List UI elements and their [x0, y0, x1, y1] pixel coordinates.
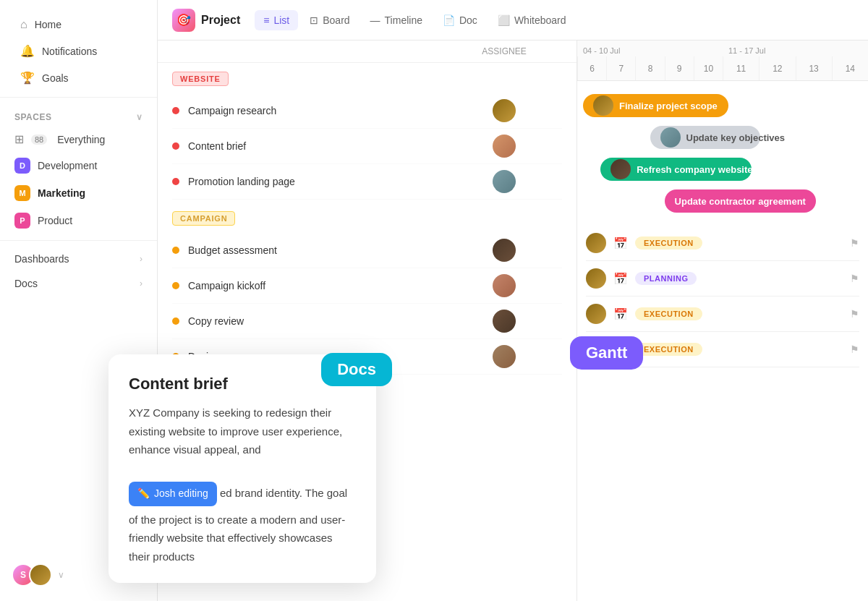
sidebar-space-product[interactable]: PProduct	[0, 207, 157, 234]
task-name: Content brief	[188, 140, 475, 152]
space-label-everything: Everything	[57, 134, 105, 145]
tab-timeline[interactable]: —Timeline	[362, 10, 431, 30]
sidebar-item-notifications[interactable]: 🔔Notifications	[6, 38, 151, 64]
tab-whiteboard[interactable]: ⬜Whiteboard	[489, 10, 575, 30]
gantt-week-label: 11 - 17 Jul	[723, 41, 868, 56]
status-badge: PLANNING	[635, 272, 697, 285]
calendar-icon: 📅	[613, 272, 628, 286]
gantt-day: 12	[759, 56, 795, 80]
project-title: Project	[201, 14, 240, 27]
gantt-bar[interactable]: Refresh company website	[600, 158, 752, 181]
docs-chevron-icon: ›	[140, 278, 142, 289]
goals-icon: 🏆	[20, 71, 35, 85]
timeline-tab-icon: —	[370, 14, 380, 26]
gantt-week: 11 - 17 Jul11121314	[723, 41, 868, 80]
whiteboard-tab-icon: ⬜	[498, 14, 510, 26]
sidebar-divider	[0, 97, 157, 98]
sidebar-item-home[interactable]: ⌂Home	[6, 12, 151, 38]
sidebar-space-development[interactable]: DDevelopment	[0, 152, 157, 179]
task-avatar	[493, 345, 516, 368]
josh-editing-badge[interactable]: ✏️ Josh editing	[129, 482, 217, 506]
tab-board[interactable]: ⊡Board	[301, 10, 358, 30]
tab-list[interactable]: ≡List	[255, 10, 298, 30]
everything-icon: ⊞	[14, 132, 24, 146]
gantt-bar-label: Update key objectives	[686, 132, 786, 143]
gantt-bar-avatar	[610, 159, 631, 179]
sidebar-space-marketing[interactable]: MMarketing	[0, 179, 157, 207]
right-row-avatar	[586, 268, 606, 289]
space-badge-development: D	[14, 158, 30, 174]
task-assignee	[475, 99, 533, 122]
tab-doc[interactable]: 📄Doc	[434, 10, 486, 30]
task-row[interactable]: Content brief	[172, 129, 562, 164]
task-name: Budget assessment	[188, 244, 475, 256]
sidebar-dashboards-label: Dashboards	[14, 253, 69, 265]
gantt-day: 10	[694, 56, 723, 80]
task-avatar	[493, 274, 516, 297]
task-assignee	[475, 135, 533, 158]
calendar-icon: 📅	[613, 307, 628, 321]
sidebar-space-everything[interactable]: ⊞88Everything	[0, 127, 157, 152]
gantt-bar-row: Finalize project scope	[577, 91, 868, 120]
gantt-week: 04 - 10 Jul678910	[577, 41, 723, 80]
space-label-development: Development	[38, 160, 98, 171]
gantt-days: 11121314	[723, 56, 868, 80]
board-tab-label: Board	[323, 14, 349, 26]
sidebar-user[interactable]: S ∨	[12, 563, 64, 587]
task-dot	[172, 317, 179, 325]
task-name: Copy review	[188, 315, 475, 327]
gantt-days: 678910	[577, 56, 723, 80]
flag-icon: ⚑	[850, 308, 859, 320]
task-dot	[172, 282, 179, 289]
gantt-day: 6	[577, 56, 606, 80]
gantt-panel: 04 - 10 Jul67891011 - 17 Jul11121314 Fin…	[577, 41, 868, 601]
section-badge-website: WEBSITE	[172, 72, 229, 86]
status-badge: EXECUTION	[635, 307, 702, 320]
space-badge-product: P	[14, 213, 30, 229]
gantt-bar-row: Update contractor agreement	[577, 187, 868, 216]
right-row-avatar	[586, 304, 606, 324]
task-name: Campaign research	[188, 105, 475, 116]
gantt-day: 14	[832, 56, 868, 80]
task-row[interactable]: Campaign kickoff	[172, 268, 562, 304]
gantt-bar-label: Refresh company website	[637, 164, 752, 175]
spaces-chevron-icon[interactable]: ∨	[136, 112, 143, 122]
task-assignee	[475, 239, 533, 262]
col-assignee-header: ASSIGNEE	[475, 46, 533, 56]
gantt-bar[interactable]: Finalize project scope	[583, 94, 728, 117]
sidebar-item-label: Home	[35, 19, 61, 30]
gantt-header: 04 - 10 Jul67891011 - 17 Jul11121314	[577, 41, 868, 81]
task-row[interactable]: Budget assessment	[172, 233, 562, 268]
board-tab-icon: ⊡	[310, 14, 318, 26]
docs-bubble: Docs	[321, 353, 392, 386]
gantt-day: 9	[665, 56, 694, 80]
user-chevron-icon[interactable]: ∨	[58, 570, 64, 580]
notifications-icon: 🔔	[20, 44, 35, 58]
gantt-bar[interactable]: Update contractor agreement	[665, 189, 816, 213]
task-assignee	[475, 170, 533, 193]
sidebar-docs[interactable]: Docs›	[0, 271, 157, 296]
gantt-bar[interactable]: Update key objectives	[650, 126, 761, 149]
sidebar-item-label: Goals	[42, 72, 69, 84]
gantt-bar-row: Update key objectives	[577, 123, 868, 152]
gantt-label: Gantt	[570, 336, 643, 370]
gantt-bar-label: Finalize project scope	[619, 101, 718, 111]
task-avatar	[493, 310, 516, 333]
task-dot	[172, 107, 179, 114]
avatar-user	[29, 563, 52, 587]
task-row[interactable]: Copy review	[172, 304, 562, 339]
home-icon: ⌂	[20, 18, 27, 31]
task-avatar	[493, 135, 516, 158]
gantt-bar-avatar	[660, 127, 681, 148]
spaces-section-header: Spaces ∨	[0, 103, 157, 127]
sidebar-dashboards[interactable]: Dashboards›	[0, 247, 157, 271]
right-row-avatar	[586, 233, 606, 253]
gantt-day: 7	[606, 56, 635, 80]
flag-icon: ⚑	[850, 237, 859, 249]
project-icon: 🎯	[172, 9, 195, 32]
sidebar-item-goals[interactable]: 🏆Goals	[6, 64, 151, 91]
space-badge-marketing: M	[14, 185, 30, 201]
task-avatar	[493, 170, 516, 193]
task-row[interactable]: Campaign research	[172, 93, 562, 129]
task-row[interactable]: Promotion landing page	[172, 164, 562, 200]
